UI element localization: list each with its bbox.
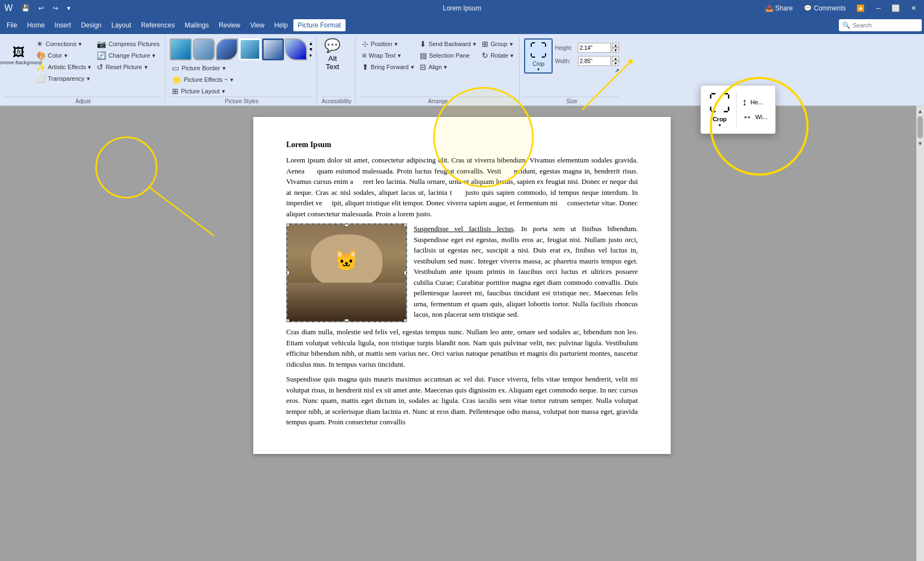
kitten-image: 🐱 [287, 225, 406, 321]
artistic-effects-icon: ✨ [36, 63, 46, 71]
handle-top-mid[interactable] [344, 223, 349, 227]
scroll-thumb[interactable] [917, 116, 923, 138]
size-expand-btn[interactable]: ↗ [615, 68, 619, 74]
handle-bot-mid[interactable] [344, 319, 349, 322]
height-up-btn[interactable]: ▲ [612, 43, 619, 48]
search-bar[interactable]: 🔍 [839, 19, 922, 31]
width-input[interactable] [578, 56, 611, 66]
quick-redo-btn[interactable]: ↪ [49, 3, 62, 13]
adjust-label: Adjust [4, 97, 162, 105]
rotate-arrow: ▾ [510, 52, 514, 59]
ribbon-content: 🖼 Remove Background ☀ Corrections ▾ 🎨 Co… [0, 34, 924, 105]
menu-review[interactable]: Review [214, 19, 244, 31]
share-btn[interactable]: 📤 Share [762, 3, 796, 13]
menu-help[interactable]: Help [270, 19, 292, 31]
remove-background-btn[interactable]: 🖼 Remove Background [4, 37, 33, 75]
reset-picture-btn[interactable]: ↺ Reset Picture ▾ [94, 61, 162, 72]
quick-undo-btn[interactable]: ↩ [35, 3, 47, 13]
menu-insert[interactable]: Insert [50, 19, 75, 31]
transparency-btn[interactable]: ⬜ Transparency ▾ [34, 73, 93, 84]
menu-mailings[interactable]: Mailings [180, 19, 213, 31]
menu-file[interactable]: File [2, 19, 21, 31]
handle-mid-left[interactable] [286, 271, 290, 275]
picture-border-btn[interactable]: ▭ Picture Border ▾ [170, 63, 313, 74]
image-container[interactable]: 🐱 ⚓ [286, 223, 407, 322]
artistic-effects-btn[interactable]: ✨ Artistic Effects ▾ [34, 61, 93, 72]
vertical-scrollbar[interactable]: ▲ ▼ [916, 106, 924, 561]
pic-style-scroll-up[interactable]: ▲ [308, 41, 313, 46]
width-down-btn[interactable]: ▼ [612, 61, 619, 66]
align-btn[interactable]: ⊟ Align ▾ [418, 61, 478, 72]
menu-picture-format[interactable]: Picture Format [293, 19, 346, 31]
send-backward-icon: ⬇ [420, 40, 426, 48]
size-inputs: Height: ▲ ▼ Width: ▲ [555, 38, 619, 66]
crop-popup-icon: ⛶ [709, 91, 731, 116]
compress-pictures-btn[interactable]: 📷 Compress Pictures [94, 38, 162, 49]
comments-btn[interactable]: 💬 Comments [800, 3, 849, 13]
pic-style-5[interactable] [262, 38, 284, 60]
width-up-btn[interactable]: ▲ [612, 56, 619, 61]
compress-icon: 📷 [97, 40, 106, 48]
adjust-buttons: 🖼 Remove Background ☀ Corrections ▾ 🎨 Co… [4, 36, 162, 97]
menu-references[interactable]: References [137, 19, 179, 31]
corrections-btn[interactable]: ☀ Corrections ▾ [34, 38, 93, 49]
pic-style-2[interactable] [193, 38, 215, 60]
pic-style-4[interactable] [239, 38, 261, 60]
size-label: Size [524, 97, 619, 105]
crop-btn[interactable]: ⛶ Crop ▾ [524, 38, 553, 74]
transparency-arrow: ▾ [87, 75, 90, 82]
group-btn[interactable]: ⊞ Group ▾ [480, 38, 516, 49]
pic-style-scroll-down[interactable]: ▼ [308, 47, 313, 52]
change-picture-btn[interactable]: 🔄 Change Picture ▾ [94, 50, 162, 61]
menu-view[interactable]: View [246, 19, 269, 31]
bring-forward-icon: ⬆ [362, 63, 369, 71]
height-input[interactable] [578, 43, 611, 53]
position-icon: ⊹ [362, 40, 369, 48]
menu-layout[interactable]: Layout [107, 19, 136, 31]
position-btn[interactable]: ⊹ Position ▾ [360, 38, 416, 49]
send-backward-btn[interactable]: ⬇ Send Backward ▾ [418, 38, 478, 49]
pic-style-1[interactable] [170, 38, 192, 60]
picture-style-thumbs: ▲ ▼ ▾ [170, 38, 313, 60]
wrap-text-btn[interactable]: ≡ Wrap Text ▾ [360, 50, 416, 61]
app-title: Lorem Ipsum [443, 4, 481, 12]
pic-style-more[interactable]: ▾ [308, 53, 313, 58]
menu-home[interactable]: Home [23, 19, 49, 31]
restore-btn[interactable]: ⬜ [888, 3, 903, 13]
doc-section-2: 🐱 ⚓ Suspendis [286, 223, 638, 327]
quick-save-btn[interactable]: 💾 [18, 3, 33, 13]
send-backward-arrow: ▾ [473, 41, 476, 48]
handle-bot-right[interactable] [404, 319, 407, 322]
pic-style-6[interactable] [285, 38, 307, 60]
doc-scroll-area[interactable]: Lorem Ipsum Lorem ipsum dolor sit amet, … [0, 106, 924, 561]
corrections-arrow: ▾ [79, 41, 82, 48]
bring-forward-btn[interactable]: ⬆ Bring Forward ▾ [360, 61, 416, 72]
scroll-down-arrow[interactable]: ▼ [916, 139, 924, 148]
align-arrow: ▾ [444, 64, 447, 71]
menu-design[interactable]: Design [76, 19, 105, 31]
handle-bot-left[interactable] [286, 319, 290, 322]
close-btn[interactable]: ✕ [908, 3, 920, 13]
quick-more-btn[interactable]: ▾ [64, 3, 74, 13]
scroll-up-arrow[interactable]: ▲ [916, 107, 924, 115]
selection-pane-btn[interactable]: ▤ Selection Pane [418, 50, 478, 61]
alt-text-btn[interactable]: 💬 AltText [321, 36, 343, 72]
picture-layout-btn[interactable]: ⊞ Picture Layout ▾ [170, 86, 313, 97]
handle-top-right[interactable] [404, 223, 407, 227]
ribbon-toggle-btn[interactable]: 🔼 [853, 3, 868, 13]
crop-popup-icon-section: ⛶ Crop ▾ [709, 91, 737, 128]
title-bar-left: W 💾 ↩ ↪ ▾ [4, 3, 74, 13]
color-btn[interactable]: 🎨 Color ▾ [34, 50, 93, 61]
alt-text-icon: 💬 [324, 38, 341, 53]
ribbon-group-size: ⛶ Crop ▾ Height: ▲ ▼ [522, 36, 622, 105]
color-label: Color [48, 52, 62, 59]
search-input[interactable] [853, 22, 919, 29]
height-down-btn[interactable]: ▼ [612, 48, 619, 53]
minimize-btn[interactable]: ─ [872, 3, 884, 13]
handle-mid-right[interactable] [404, 271, 407, 275]
crop-popup-label: Crop [709, 116, 731, 122]
rotate-btn[interactable]: ↻ Rotate ▾ [480, 50, 516, 61]
handle-top-left[interactable] [286, 223, 290, 227]
pic-style-3[interactable] [216, 38, 238, 60]
picture-effects-btn[interactable]: 🌟 Picture Effects ~ ▾ [170, 74, 313, 85]
